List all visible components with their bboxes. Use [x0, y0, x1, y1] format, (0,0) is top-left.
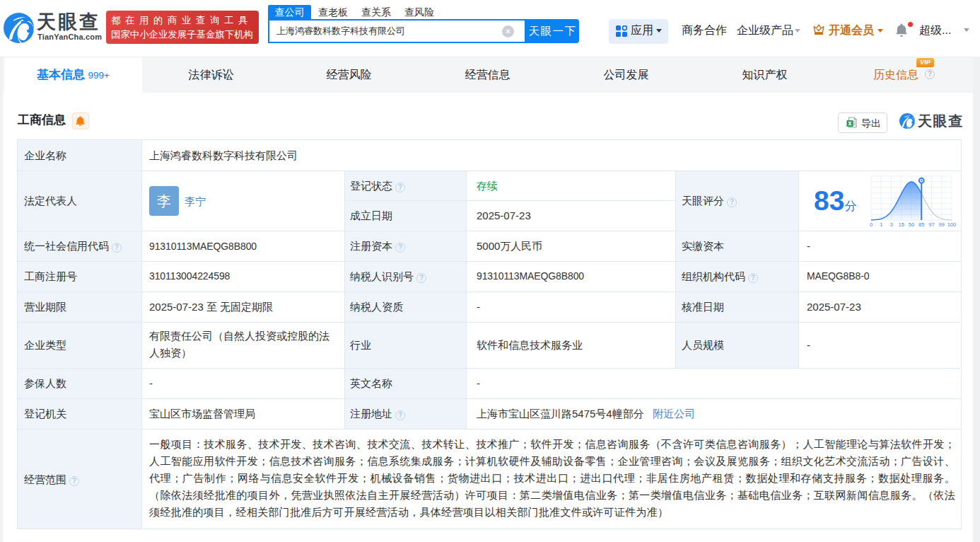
svg-text:1: 1: [880, 221, 882, 228]
svg-text:100: 100: [947, 221, 957, 228]
svg-text:85: 85: [918, 221, 924, 228]
svg-text:0: 0: [870, 221, 873, 228]
svg-text:50: 50: [909, 221, 914, 228]
svg-text:3: 3: [889, 221, 892, 228]
svg-text:15: 15: [899, 221, 904, 228]
svg-text:99: 99: [939, 221, 945, 228]
svg-text:97: 97: [928, 221, 934, 228]
